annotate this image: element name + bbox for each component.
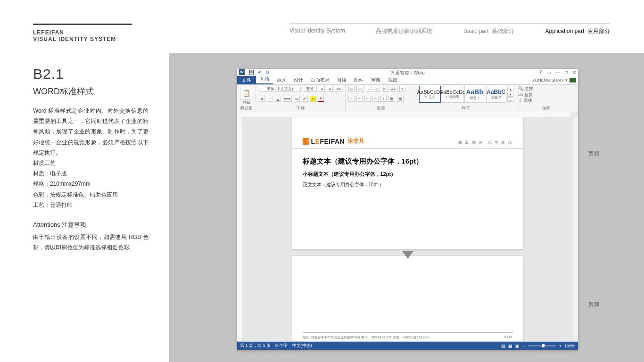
brand-line2: VISUAL IDENTITY SYSTEM — [33, 36, 116, 42]
tab-insert[interactable]: 插入 — [273, 76, 290, 84]
strike-button[interactable]: abc — [283, 96, 292, 102]
ribbon-collapse-icon[interactable]: ▭ — [546, 70, 551, 75]
tab-mailings[interactable]: 邮件 — [350, 76, 367, 84]
doc-heading-sample: 标题文本（建议专用办公字体，16pt） — [303, 157, 513, 166]
select-button[interactable]: ⭳ 选择 — [518, 98, 575, 104]
zoom-out-button[interactable]: − — [522, 344, 525, 348]
style-heading2-label: 标题 2 — [491, 95, 501, 100]
grow-font-icon[interactable]: A — [319, 86, 325, 92]
help-icon[interactable]: ? — [539, 70, 542, 75]
tab-home[interactable]: 开始 — [256, 75, 273, 84]
section-code: B2.1 — [33, 66, 149, 82]
doc-slogan: 精 工 智 造 乐 享 非 凡 — [458, 140, 512, 145]
superscript-button[interactable]: x² — [302, 96, 308, 102]
tab-references[interactable]: 引用 — [333, 76, 350, 84]
zoom-level[interactable]: 100% — [564, 344, 575, 348]
doc-subheading-sample: 小标题文本（建议专用办公字体，12pt） — [303, 171, 513, 178]
nav-basic: Basic part 基础部分 — [463, 27, 514, 35]
window-controls: ? ▭ — □ ✕ — [539, 70, 576, 75]
mockup-panel: W 💾 ↶ ↻ 万通智控 - Word ? ▭ — □ ✕ 文件 开始 插入 设… — [169, 53, 644, 362]
paste-button[interactable]: 📋 — [240, 86, 252, 100]
view-web-icon[interactable]: ▣ — [515, 344, 520, 348]
window-title: 万通智控 - Word — [237, 70, 578, 76]
italic-button[interactable]: I — [267, 96, 273, 102]
style-heading1[interactable]: AaBb 标题 1 — [464, 86, 485, 103]
logo-text-c: FEIFAN — [320, 138, 345, 145]
subscript-button[interactable]: x₂ — [294, 96, 300, 102]
group-clipboard: 📋 粘贴 剪贴板 — [237, 85, 256, 112]
replace-icon: ab — [518, 92, 523, 97]
change-case-button[interactable]: Aa — [335, 86, 342, 92]
ruler-vertical[interactable] — [237, 117, 242, 341]
group-styles: AaBbCcDd ↵ 正文 AaBbCcDd ↵ 无间隔 AaBb 标题 1 A… — [416, 85, 515, 112]
nav-vis-en: Visual Identity System — [289, 27, 345, 35]
tab-review[interactable]: 审阅 — [367, 76, 384, 84]
annotation-header: 页眉 — [588, 150, 599, 158]
style-heading2[interactable]: AaBbC 标题 2 — [486, 86, 507, 103]
shrink-font-icon[interactable]: A — [327, 86, 333, 92]
borders-icon[interactable]: ▦ — [397, 96, 404, 102]
ruler-horizontal[interactable] — [237, 112, 570, 117]
underline-button[interactable]: U — [275, 96, 281, 102]
styles-expand[interactable]: ▴ ▾ ⌄ — [507, 87, 512, 102]
font-color-button[interactable]: A — [318, 96, 324, 102]
maximize-icon[interactable]: □ — [565, 70, 568, 75]
brand-block: LEFEIFAN VISUAL IDENTITY SYSTEM — [33, 29, 116, 42]
page-2[interactable]: 地址: 河南省洛阳市伊滨区庞村镇窑沟村 电话：400-0123-277 邮箱：h… — [292, 256, 523, 341]
status-language[interactable]: 中文(中国) — [292, 343, 312, 349]
highlight-button[interactable]: A — [310, 96, 316, 102]
group-font: 宋体 (中文正文) 五号 A A Aa B I U abc x₂ x² A A … — [256, 85, 346, 112]
decrease-indent-icon[interactable]: ◁ — [374, 86, 380, 92]
section-body: Word 标准样式是企业对内、对外交换信息的最重要的工具之一，它同时也代表了企业… — [33, 106, 149, 158]
group-paragraph-label: 段落 — [348, 105, 413, 112]
style-normal-label: ↵ 正文 — [425, 95, 435, 99]
zoom-slider[interactable] — [528, 345, 556, 346]
increase-indent-icon[interactable]: ▷ — [382, 86, 388, 92]
group-paragraph: •≡ 1≡ ≡ ◁ ▷ AZ ¶ ≡ ≡ ≡ ≡ ↕ ▦ ▦ 段落 — [346, 85, 416, 112]
doc-logo: LEFEIFAN 乐非凡 — [303, 137, 365, 145]
style-normal[interactable]: AaBbCcDd ↵ 正文 — [419, 86, 441, 103]
line-spacing-icon[interactable]: ↕ — [380, 96, 387, 102]
attention-heading: Attentions 注意事项 — [33, 221, 149, 229]
status-words[interactable]: 0 个字 — [275, 343, 288, 349]
view-read-icon[interactable]: ▤ — [501, 344, 505, 348]
page-break-chevron-icon — [402, 251, 413, 259]
pages-viewport: LEFEIFAN 乐非凡 精 工 智 造 乐 享 非 凡 标题文本（建议专用办公… — [242, 117, 573, 341]
sort-icon[interactable]: AZ — [390, 86, 397, 92]
tab-file[interactable]: 文件 — [237, 76, 256, 84]
multilevel-icon[interactable]: ≡ — [366, 86, 372, 92]
view-print-icon[interactable]: ▦ — [508, 344, 512, 348]
doc-footer-info: 地址: 河南省洛阳市伊滨区庞村镇窑沟村 电话：400-0123-277 邮箱：h… — [303, 335, 429, 340]
font-name-select[interactable]: 宋体 (中文正文) — [259, 86, 301, 92]
bullets-icon[interactable]: •≡ — [348, 86, 355, 92]
minimize-icon[interactable]: — — [555, 70, 560, 75]
style-nospacing[interactable]: AaBbCcDd ↵ 无间隔 — [442, 86, 463, 103]
find-button[interactable]: 🔍 查找 — [518, 86, 575, 92]
shading-icon[interactable]: ▦ — [388, 96, 395, 102]
bold-button[interactable]: B — [259, 96, 265, 102]
font-size-select[interactable]: 五号 — [303, 86, 317, 92]
status-page[interactable]: 第 1 页，共 1 页 — [240, 343, 271, 349]
align-center-icon[interactable]: ≡ — [356, 96, 363, 102]
group-editing-label: 编辑 — [518, 105, 575, 112]
align-left-icon[interactable]: ≡ — [348, 96, 355, 102]
page-1[interactable]: LEFEIFAN 乐非凡 精 工 智 造 乐 享 非 凡 标题文本（建议专用办公… — [292, 117, 523, 249]
header-rule-left — [33, 24, 132, 25]
nav-vis-cn: 品牌视觉形象识别系统 — [376, 27, 432, 35]
scrollbar-vertical[interactable] — [573, 117, 578, 341]
word-window: W 💾 ↶ ↻ 万通智控 - Word ? ▭ — □ ✕ 文件 开始 插入 设… — [237, 69, 578, 350]
style-heading1-preview: AaBb — [466, 88, 483, 96]
replace-button[interactable]: ab 替换 — [518, 92, 575, 98]
ribbon: 📋 粘贴 剪贴板 宋体 (中文正文) 五号 A A Aa B I U — [237, 85, 578, 112]
zoom-in-button[interactable]: + — [559, 344, 561, 348]
tab-layout[interactable]: 页面布局 — [307, 76, 333, 84]
tab-design[interactable]: 设计 — [290, 76, 307, 84]
doc-body-sample: 正文文本（建议专用办公字体，10pt ） — [303, 181, 513, 188]
close-icon[interactable]: ✕ — [572, 70, 576, 75]
user-account[interactable]: XUHENG SHAO ▾ — [532, 78, 576, 82]
show-marks-icon[interactable]: ¶ — [399, 86, 405, 92]
numbering-icon[interactable]: 1≡ — [356, 86, 363, 92]
tab-view[interactable]: 视图 — [384, 76, 401, 84]
justify-icon[interactable]: ≡ — [372, 96, 379, 102]
align-right-icon[interactable]: ≡ — [364, 96, 371, 102]
